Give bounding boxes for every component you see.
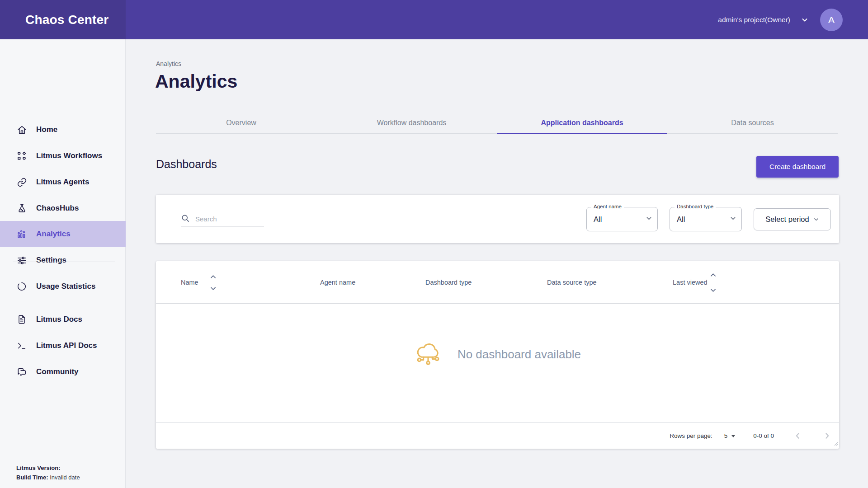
column-header-last-viewed: Last viewed bbox=[673, 261, 708, 304]
build-time-value: Invalid date bbox=[50, 474, 80, 481]
usage-icon bbox=[16, 281, 27, 292]
sidebar-item-home[interactable]: Home bbox=[0, 117, 126, 143]
flask-icon bbox=[16, 203, 27, 214]
sidebar-item-litmus-api-docs[interactable]: Litmus API Docs bbox=[0, 333, 126, 359]
sidebar-item-label: Litmus Docs bbox=[36, 315, 82, 324]
sidebar-item-label: Home bbox=[36, 125, 57, 134]
tab-overview[interactable]: Overview bbox=[156, 112, 326, 133]
chevron-down-icon bbox=[730, 215, 736, 224]
sort-desc-icon[interactable] bbox=[710, 288, 716, 292]
select-period-button[interactable]: Select period bbox=[754, 208, 831, 230]
agent-name-select[interactable]: Agent name All bbox=[586, 207, 658, 231]
sidebar-item-label: Usage Statistics bbox=[36, 282, 95, 291]
sidebar-item-community[interactable]: Community bbox=[0, 359, 126, 385]
sort-asc-icon[interactable] bbox=[210, 275, 216, 279]
avatar[interactable]: A bbox=[820, 9, 843, 31]
sort-desc-icon[interactable] bbox=[210, 286, 216, 291]
version-info: Litmus Version: Build Time: Invalid date bbox=[16, 463, 80, 482]
breadcrumb[interactable]: Analytics bbox=[156, 60, 181, 67]
sidebar-item-settings[interactable]: Settings bbox=[0, 247, 126, 273]
chevron-down-icon bbox=[813, 216, 819, 222]
sidebar-item-analytics[interactable]: Analytics bbox=[0, 221, 126, 247]
dashboard-type-select-label: Dashboard type bbox=[675, 204, 716, 209]
analytics-icon bbox=[16, 229, 27, 239]
column-header-name: Name bbox=[181, 261, 198, 304]
sidebar-item-litmus-agents[interactable]: Litmus Agents bbox=[0, 169, 126, 195]
chevron-down-icon bbox=[801, 16, 808, 23]
chevron-down-icon bbox=[646, 215, 652, 224]
document-icon bbox=[16, 314, 27, 325]
select-period-label: Select period bbox=[765, 215, 809, 224]
previous-page-button[interactable] bbox=[794, 432, 802, 440]
pagination-bar: Rows per page: 5 0-0 of 0 bbox=[156, 422, 839, 449]
project-switcher[interactable]: admin's project(Owner) bbox=[718, 16, 808, 24]
cloud-network-icon bbox=[414, 341, 442, 368]
litmus-version-label: Litmus Version: bbox=[16, 465, 61, 471]
search-field bbox=[181, 210, 264, 226]
agent-name-select-label: Agent name bbox=[591, 204, 624, 209]
sidebar-item-label: ChaosHubs bbox=[36, 204, 79, 213]
sidebar-item-label: Community bbox=[36, 367, 79, 376]
link-icon bbox=[16, 177, 27, 188]
resize-grip[interactable] bbox=[834, 440, 838, 448]
sidebar: Home Litmus Workflows Litmus Agents Chao… bbox=[0, 39, 126, 488]
dashboard-type-select-value: All bbox=[677, 215, 685, 224]
search-input[interactable] bbox=[195, 215, 259, 223]
tab-bar: Overview Workflow dashboards Application… bbox=[156, 112, 838, 134]
sort-control-last-viewed bbox=[710, 261, 716, 304]
next-page-button[interactable] bbox=[823, 432, 831, 440]
pagination-range: 0-0 of 0 bbox=[753, 432, 774, 439]
chevron-left-icon bbox=[794, 432, 802, 440]
column-header-agent-name: Agent name bbox=[320, 261, 355, 304]
empty-message: No dashboard available bbox=[458, 347, 581, 361]
terminal-icon bbox=[16, 340, 27, 351]
chat-bubbles-icon bbox=[16, 366, 27, 377]
main-content: Analytics Analytics Overview Workflow da… bbox=[126, 39, 868, 488]
workflows-icon bbox=[16, 150, 27, 161]
section-title: Dashboards bbox=[156, 158, 217, 171]
sidebar-divider bbox=[13, 262, 115, 262]
table-header-row: Name Agent name Dashboard type Data sour… bbox=[156, 261, 839, 304]
create-dashboard-button[interactable]: Create dashboard bbox=[756, 156, 839, 178]
top-header: Chaos Center admin's project(Owner) A bbox=[0, 0, 868, 39]
sidebar-item-label: Settings bbox=[36, 256, 66, 265]
chaos-center-page: Chaos Center admin's project(Owner) A Ho… bbox=[0, 0, 868, 488]
sort-asc-icon[interactable] bbox=[710, 273, 716, 277]
tab-data-sources[interactable]: Data sources bbox=[667, 112, 838, 133]
agent-name-select-value: All bbox=[594, 215, 602, 224]
search-icon bbox=[181, 214, 190, 223]
empty-state: No dashboard available bbox=[156, 341, 839, 368]
build-time-label: Build Time: bbox=[16, 474, 48, 481]
sidebar-item-label: Analytics bbox=[36, 230, 71, 239]
rows-per-page-label: Rows per page: bbox=[670, 432, 712, 439]
filter-card: Agent name All Dashboard type All Select… bbox=[156, 195, 839, 243]
chevron-right-icon bbox=[823, 432, 831, 440]
sidebar-item-litmus-workflows[interactable]: Litmus Workflows bbox=[0, 143, 126, 169]
column-header-dashboard-type: Dashboard type bbox=[425, 261, 472, 304]
dashboard-type-select[interactable]: Dashboard type All bbox=[670, 207, 742, 231]
sidebar-item-label: Litmus API Docs bbox=[36, 341, 97, 350]
sidebar-item-litmus-docs[interactable]: Litmus Docs bbox=[0, 306, 126, 333]
sidebar-item-usage-statistics[interactable]: Usage Statistics bbox=[0, 273, 126, 300]
sidebar-item-label: Litmus Agents bbox=[36, 178, 89, 187]
dropdown-arrow-icon bbox=[731, 435, 735, 437]
sidebar-item-label: Litmus Workflows bbox=[36, 151, 102, 160]
home-icon bbox=[16, 124, 27, 135]
column-header-data-source-type: Data source type bbox=[547, 261, 597, 304]
column-divider bbox=[304, 261, 304, 304]
page-title: Analytics bbox=[155, 71, 237, 92]
sidebar-item-chaoshubs[interactable]: ChaosHubs bbox=[0, 195, 126, 221]
app-title: Chaos Center bbox=[25, 0, 108, 39]
tab-workflow-dashboards[interactable]: Workflow dashboards bbox=[326, 112, 497, 133]
sliders-icon bbox=[16, 255, 27, 266]
header-right-cluster: admin's project(Owner) A bbox=[718, 0, 843, 39]
rows-per-page-select[interactable]: 5 bbox=[724, 432, 736, 439]
dashboards-table-card: Name Agent name Dashboard type Data sour… bbox=[156, 261, 839, 449]
rows-per-page-value: 5 bbox=[724, 432, 728, 439]
sort-control-name bbox=[210, 261, 216, 304]
project-switcher-label: admin's project(Owner) bbox=[718, 16, 790, 24]
tab-application-dashboards[interactable]: Application dashboards bbox=[497, 112, 667, 133]
